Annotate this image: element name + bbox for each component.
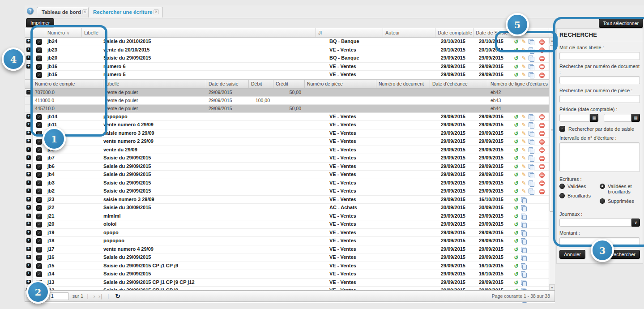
copy-icon[interactable]	[521, 197, 527, 203]
table-row[interactable]: +✔jb8vente du 29/09VE - Ventes29/09/2015…	[25, 146, 555, 154]
copy-icon[interactable]	[529, 155, 534, 161]
copy-icon[interactable]	[521, 263, 527, 269]
row-checkbox[interactable]: ✔	[36, 180, 42, 186]
radio-validees[interactable]	[559, 184, 565, 189]
copy-icon[interactable]	[529, 172, 534, 178]
validate-icon[interactable]: ↺	[513, 172, 519, 178]
piece-number-input[interactable]	[559, 95, 640, 103]
table-row[interactable]: +✔j19opopoVE - Ventes29/09/201529/09/201…	[25, 229, 555, 237]
validate-icon[interactable]: ↺	[513, 56, 519, 61]
edit-icon[interactable]: ✎	[521, 147, 527, 153]
validate-icon[interactable]: ↺	[513, 189, 519, 194]
table-row[interactable]: +✔jb20Saisie du 29/09/2015BQ - Banque29/…	[25, 54, 555, 63]
tout-selectionner-button[interactable]: Tout sélectionner	[599, 19, 643, 28]
validate-icon[interactable]: ↺	[513, 255, 519, 261]
period-end-input[interactable]	[604, 114, 631, 122]
help-icon[interactable]: ?	[27, 8, 34, 14]
delete-icon[interactable]	[539, 47, 545, 53]
edit-icon[interactable]: ✎	[521, 114, 527, 120]
copy-icon[interactable]	[529, 131, 534, 137]
row-checkbox[interactable]: ✔	[36, 155, 42, 161]
validate-icon[interactable]: ↺	[513, 139, 519, 145]
row-checkbox[interactable]: ✔	[36, 238, 42, 244]
row-checkbox[interactable]: ✔	[36, 214, 42, 219]
validate-icon[interactable]: ↺	[513, 247, 519, 253]
copy-icon[interactable]	[529, 122, 534, 128]
row-checkbox[interactable]: ✔	[36, 164, 42, 170]
copy-icon[interactable]	[529, 114, 534, 120]
date-saisie-checkbox[interactable]: ✔	[559, 126, 565, 132]
validate-icon[interactable]: ↺	[513, 214, 519, 219]
validate-icon[interactable]: ↺	[513, 280, 519, 286]
copy-icon[interactable]	[521, 280, 527, 286]
row-checkbox[interactable]: ✔	[36, 263, 42, 269]
delete-icon[interactable]	[539, 114, 545, 120]
validate-icon[interactable]: ↺	[513, 64, 519, 70]
table-row[interactable]: +✔jb10saisie numero 3 29/09VE - Ventes29…	[25, 129, 555, 138]
edit-icon[interactable]: ✎	[521, 39, 527, 45]
radio-validees-brouillards[interactable]	[600, 184, 605, 189]
expand-row-button[interactable]: +	[26, 230, 31, 235]
delete-icon[interactable]	[539, 139, 545, 145]
delete-icon[interactable]	[539, 39, 545, 45]
row-checkbox[interactable]: ✔	[36, 222, 42, 227]
expand-row-button[interactable]: +	[26, 255, 31, 259]
column-header-ji[interactable]: Jl	[316, 28, 383, 37]
column-header-date_comptable[interactable]: Date comptable	[435, 28, 473, 37]
table-row[interactable]: +✔jb4Saisie du 29/09/2015VE - Ventes29/0…	[25, 171, 555, 179]
validate-icon[interactable]: ↺	[513, 197, 519, 203]
copy-icon[interactable]	[529, 39, 534, 45]
table-row[interactable]: +✔jb16numero 6VE - Ventes29/09/201529/09…	[25, 63, 555, 71]
delete-icon[interactable]	[539, 156, 545, 161]
radio-brouillards[interactable]	[559, 193, 565, 198]
expand-row-button[interactable]: +	[26, 39, 31, 43]
delete-icon[interactable]	[539, 123, 545, 128]
copy-icon[interactable]	[529, 180, 534, 186]
table-row[interactable]: +✔jb24Saisie du 20/10/2015BQ - Banque20/…	[25, 38, 555, 46]
validate-icon[interactable]: ↺	[513, 147, 519, 153]
validate-icon[interactable]: ↺	[513, 47, 519, 53]
validate-icon[interactable]: ↺	[513, 205, 519, 211]
period-start-input[interactable]	[559, 114, 590, 122]
row-checkbox[interactable]: ✔	[36, 72, 42, 78]
edit-icon[interactable]: ✎	[521, 139, 527, 145]
expand-row-button[interactable]: +	[26, 164, 31, 168]
journaux-select[interactable]	[559, 219, 631, 227]
expand-row-button[interactable]: +	[26, 263, 31, 268]
row-checkbox[interactable]: ✔	[36, 114, 42, 120]
expand-row-button[interactable]: +	[26, 114, 31, 119]
page-input[interactable]	[49, 292, 69, 300]
row-checkbox[interactable]: ✔	[36, 56, 42, 61]
edit-icon[interactable]: ✎	[521, 72, 527, 78]
copy-icon[interactable]	[521, 238, 527, 244]
row-checkbox[interactable]: ✔	[36, 39, 42, 45]
vertical-scrollbar[interactable]: ▲ ≡ ▼	[549, 37, 555, 291]
table-row[interactable]: +✔jb9vente numero 2 29/09VE - Ventes29/0…	[25, 137, 555, 146]
row-checkbox[interactable]: ✔	[36, 131, 42, 137]
copy-icon[interactable]	[529, 147, 534, 153]
table-row[interactable]: ✔jb15numero 5VE - Ventes29/09/201529/09/…	[25, 71, 555, 79]
radio-supprimees[interactable]	[600, 198, 605, 204]
delete-icon[interactable]	[539, 147, 545, 153]
table-row[interactable]: +✔jb11vente numero 4 29/09VE - Ventes29/…	[25, 121, 555, 129]
row-checkbox[interactable]: ✔	[36, 197, 42, 203]
next-page-icon[interactable]: ›	[93, 293, 95, 300]
expand-row-button[interactable]: +	[26, 247, 31, 251]
row-checkbox[interactable]: ✔	[36, 64, 42, 70]
refresh-icon[interactable]: ↻	[115, 292, 120, 300]
validate-icon[interactable]: ↺	[513, 271, 519, 277]
copy-icon[interactable]	[529, 47, 534, 53]
row-checkbox[interactable]: ✔	[36, 147, 42, 153]
copy-icon[interactable]	[521, 247, 527, 253]
doc-number-input[interactable]	[559, 76, 640, 84]
calendar-icon[interactable]: ▦	[590, 114, 598, 122]
validate-icon[interactable]: ↺	[513, 263, 519, 269]
subtable-row[interactable]: −707000.0vente de poulet29/09/201550,00e…	[25, 89, 555, 97]
copy-icon[interactable]	[529, 64, 534, 70]
table-row[interactable]: +✔j13Saisie du 29/09/2015 CP j1 CP j9 CP…	[25, 279, 555, 287]
subtable-row[interactable]: 411000.0vente de poulet29/09/2015100,00e…	[25, 97, 555, 105]
validate-icon[interactable]: ↺	[513, 222, 519, 227]
edit-icon[interactable]: ✎	[521, 56, 527, 61]
tab-rechercher-ecriture[interactable]: Rechercher une écriture×	[88, 7, 163, 17]
copy-icon[interactable]	[529, 139, 534, 145]
